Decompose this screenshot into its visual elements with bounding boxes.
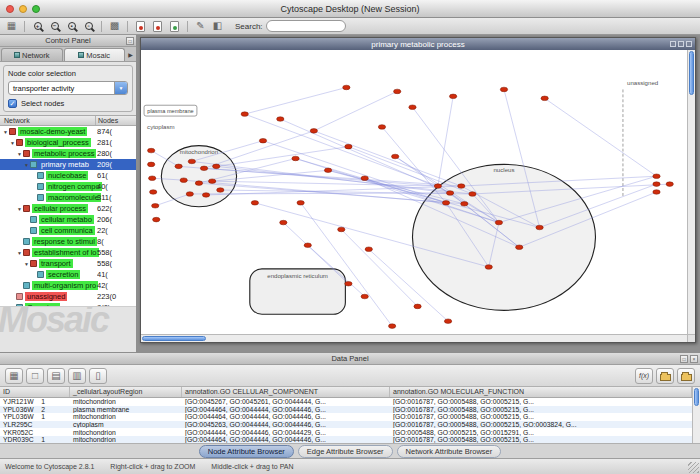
network-node[interactable] — [442, 201, 449, 206]
network-edge[interactable] — [204, 168, 461, 186]
chevron-down-icon[interactable]: ▼ — [114, 82, 127, 94]
network-window-titlebar[interactable]: primary metabolic process — [141, 38, 695, 50]
zoom-fit-button[interactable]: ▫ — [81, 19, 96, 33]
search-input[interactable] — [266, 20, 346, 32]
network-node[interactable] — [343, 85, 350, 90]
tree-expand-icon[interactable]: ▼ — [23, 261, 30, 267]
network-edge[interactable] — [245, 87, 347, 114]
network-node[interactable] — [324, 168, 331, 173]
network-node[interactable] — [516, 245, 523, 250]
tree-item-response-to-stimul[interactable]: response to stimul8( — [0, 236, 136, 247]
network-node[interactable] — [277, 117, 284, 122]
network-node[interactable] — [361, 294, 368, 299]
tree-expand-icon[interactable]: ▼ — [16, 151, 23, 157]
network-node[interactable] — [148, 162, 155, 167]
network-node[interactable] — [444, 319, 451, 324]
window-maximize-button[interactable] — [32, 5, 40, 13]
tree-item-cellular-process[interactable]: ▼cellular process622( — [0, 203, 136, 214]
tree-item-macromolecule[interactable]: macromolecule311( — [0, 192, 136, 203]
tree-item-cell-communica[interactable]: cell communica22( — [0, 225, 136, 236]
resize-grip[interactable] — [688, 462, 699, 473]
tab-network[interactable]: Network — [1, 48, 63, 61]
canvas-horizontal-scrollbar[interactable] — [141, 335, 687, 342]
tree-item-biological-process[interactable]: ▼biological_process281( — [0, 137, 136, 148]
network-node[interactable] — [666, 182, 673, 187]
trash-button[interactable]: ▯ — [89, 368, 107, 384]
network-node[interactable] — [200, 166, 207, 171]
data-panel-close-icon[interactable]: × — [690, 355, 698, 363]
select-attributes-button[interactable]: ▦ — [5, 368, 23, 384]
network-node[interactable] — [304, 243, 311, 248]
network-node[interactable] — [378, 125, 385, 130]
tree-item-establishment-of-lo[interactable]: ▼establishment of lo558( — [0, 247, 136, 258]
network-node[interactable] — [188, 159, 195, 164]
tree-item-primary-metab[interactable]: ▼primary metab209( — [0, 159, 136, 170]
network-node[interactable] — [150, 190, 157, 195]
zoom-selected-button[interactable]: ▪ — [64, 19, 79, 33]
network-node[interactable] — [338, 227, 345, 232]
tree-item-mosaic-demo-yeast[interactable]: ▼mosaic-demo-yeast874( — [0, 126, 136, 137]
network-node[interactable] — [434, 184, 441, 189]
destroy-network-button[interactable] — [167, 19, 182, 33]
canvas-vscroll-thumb[interactable] — [689, 51, 694, 95]
zoom-in-button[interactable]: + — [30, 19, 45, 33]
network-node[interactable] — [365, 247, 372, 252]
tree-item-nucleobase[interactable]: nucleobase61( — [0, 170, 136, 181]
import-attributes-button[interactable] — [656, 368, 674, 384]
table-row[interactable]: YJR121W__1mitochondrion[GO:0045267, GO:0… — [0, 398, 692, 406]
tree-expand-icon[interactable]: ▼ — [23, 162, 30, 168]
network-node[interactable] — [461, 202, 468, 207]
network-node[interactable] — [495, 220, 502, 225]
vizmapper-button[interactable]: ◧ — [210, 19, 225, 33]
tab-mosaic[interactable]: Mosaic — [64, 48, 126, 61]
network-window-maximize-icon[interactable] — [678, 41, 684, 47]
save-session-button[interactable]: ▦ — [4, 19, 19, 33]
network-edge[interactable] — [280, 119, 450, 193]
network-node[interactable] — [280, 220, 287, 225]
network-node[interactable] — [195, 181, 202, 186]
network-node[interactable] — [485, 265, 492, 270]
network-node[interactable] — [409, 105, 416, 110]
network-edge[interactable] — [545, 98, 657, 176]
node-color-dropdown[interactable]: transporter activity ▼ — [8, 81, 128, 95]
tree-item-unassigned[interactable]: unassigned223(0 — [0, 291, 136, 302]
tab-edge-attribute-browser[interactable]: Edge Attribute Browser — [298, 445, 393, 458]
network-edge[interactable] — [438, 96, 453, 186]
control-panel-float-icon[interactable]: □ — [126, 37, 134, 45]
new-attribute-button[interactable]: ▤ — [47, 368, 65, 384]
column-header-cellularlayoutregion[interactable]: _cellularLayoutRegion — [70, 387, 182, 397]
equation-builder-button[interactable]: f(x) — [635, 368, 653, 384]
data-panel-float-icon[interactable]: □ — [680, 355, 688, 363]
table-row[interactable]: YLR295Ccytoplasm[GO:0045263, GO:0044444,… — [0, 421, 692, 429]
network-node[interactable] — [202, 193, 209, 198]
network-node[interactable] — [449, 94, 456, 99]
network-node[interactable] — [209, 179, 216, 184]
network-node[interactable] — [345, 144, 352, 149]
table-vertical-scrollbar[interactable] — [692, 387, 700, 443]
network-node[interactable] — [458, 184, 465, 189]
table-vscroll-thumb[interactable] — [694, 388, 699, 406]
network-node[interactable] — [446, 191, 453, 196]
network-node[interactable] — [148, 148, 155, 153]
network-node[interactable] — [310, 129, 317, 134]
network-node[interactable] — [180, 178, 187, 183]
hide-selected-button[interactable] — [133, 19, 148, 33]
network-edge[interactable] — [204, 131, 314, 168]
new-network-from-selection-button[interactable] — [150, 19, 165, 33]
table-row[interactable]: YPL036W__1mitochondrion[GO:0044464, GO:0… — [0, 413, 692, 421]
canvas-hscroll-thumb[interactable] — [142, 336, 206, 341]
network-node[interactable] — [152, 204, 159, 209]
tree-item-secretion[interactable]: secretion41( — [0, 269, 136, 280]
tab-node-attribute-browser[interactable]: Node Attribute Browser — [199, 445, 294, 458]
network-node[interactable] — [361, 176, 368, 181]
network-node[interactable] — [186, 192, 193, 197]
network-node[interactable] — [469, 192, 476, 197]
tree-expand-icon[interactable]: ▼ — [9, 140, 16, 146]
network-node[interactable] — [259, 138, 266, 143]
network-edge[interactable] — [341, 229, 417, 306]
network-node[interactable] — [149, 176, 156, 181]
network-node[interactable] — [213, 164, 220, 169]
window-minimize-button[interactable] — [19, 5, 27, 13]
column-header-id[interactable]: ID — [0, 387, 70, 397]
network-node[interactable] — [536, 225, 543, 230]
